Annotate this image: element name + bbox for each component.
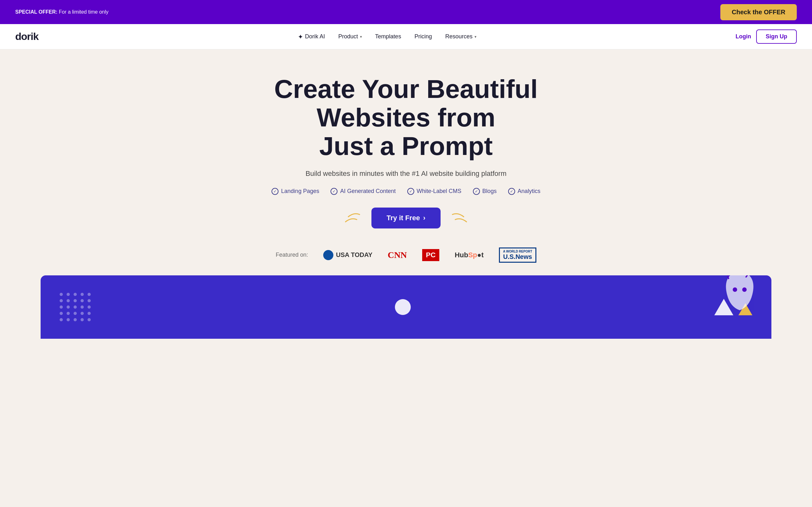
cta-area: Try it Free › xyxy=(15,208,797,228)
check-icon-3: ✓ xyxy=(407,188,414,195)
usnews-content: A WORLD REPORT U.S.News xyxy=(503,250,532,261)
squiggle-right-icon xyxy=(448,212,473,224)
usa-today-text: USA TODAY xyxy=(336,251,372,259)
featured-on: Featured on: USA TODAY CNN PC HubSp●t A … xyxy=(15,247,797,263)
check-icon: ✓ xyxy=(271,188,278,195)
dots-pattern xyxy=(60,293,91,321)
feature-label-3: White-Label CMS xyxy=(417,188,461,194)
nav-links: ✦ Dorik AI Product ▾ Templates Pricing R… xyxy=(293,31,481,43)
feature-landing-pages: ✓ Landing Pages xyxy=(271,188,319,195)
usnews-logo: A WORLD REPORT U.S.News xyxy=(499,247,537,263)
feature-blogs: ✓ Blogs xyxy=(473,188,497,195)
hubspot-accent: Sp xyxy=(468,251,477,259)
hero-title-line2: Just a Prompt xyxy=(319,131,493,160)
logo-text: dorik xyxy=(15,31,38,42)
svg-point-1 xyxy=(742,287,747,292)
cnn-logo: CNN xyxy=(388,250,407,260)
nav-label-dorik-ai: Dorik AI xyxy=(305,33,325,40)
check-icon-5: ✓ xyxy=(508,188,515,195)
usnews-sub: A WORLD REPORT xyxy=(503,250,532,253)
hero-section: Create Your Beautiful Websites from Just… xyxy=(0,49,812,351)
pc-logo: PC xyxy=(422,249,440,261)
hero-title-line1: Create Your Beautiful Websites from xyxy=(274,74,538,132)
feature-label-2: AI Generated Content xyxy=(340,188,396,194)
featured-label: Featured on: xyxy=(275,251,308,258)
mascot-decoration xyxy=(721,275,759,320)
pc-logo-text: PC xyxy=(422,249,440,261)
chevron-down-icon: ▾ xyxy=(360,35,362,39)
nav-item-templates[interactable]: Templates xyxy=(370,31,406,43)
nav-label-resources: Resources xyxy=(445,33,473,40)
ai-star-icon: ✦ xyxy=(298,33,303,41)
svg-point-0 xyxy=(733,287,737,292)
dashboard-preview xyxy=(41,275,771,339)
feature-whitelabel: ✓ White-Label CMS xyxy=(407,188,461,195)
arrow-icon: › xyxy=(423,214,425,222)
nav-item-dorik-ai[interactable]: ✦ Dorik AI xyxy=(293,31,330,43)
feature-label: Landing Pages xyxy=(281,188,319,194)
chevron-down-icon-2: ▾ xyxy=(474,35,476,39)
nav-label-pricing: Pricing xyxy=(415,33,432,40)
nav-item-product[interactable]: Product ▾ xyxy=(334,31,367,43)
signup-button[interactable]: Sign Up xyxy=(756,30,797,44)
announcement-bar: SPECIAL OFFER: For a limited time only C… xyxy=(0,0,812,24)
navbar: dorik ✦ Dorik AI Product ▾ Templates Pri… xyxy=(0,24,812,49)
logo[interactable]: dorik xyxy=(15,31,38,43)
announcement-text: SPECIAL OFFER: For a limited time only xyxy=(15,9,108,15)
hero-features: ✓ Landing Pages ✓ AI Generated Content ✓… xyxy=(15,188,797,195)
nav-label-templates: Templates xyxy=(375,33,401,40)
hero-title: Create Your Beautiful Websites from Just… xyxy=(232,75,580,161)
hubspot-logo: HubSp●t xyxy=(455,251,484,259)
squiggle-left-icon xyxy=(339,212,364,224)
usnews-main: U.S.News xyxy=(503,253,532,261)
check-icon-4: ✓ xyxy=(473,188,480,195)
dashboard-circle xyxy=(395,299,411,315)
feature-label-5: Analytics xyxy=(518,188,541,194)
feature-ai-content: ✓ AI Generated Content xyxy=(331,188,396,195)
usa-today-dot xyxy=(323,250,334,260)
try-free-label: Try it Free xyxy=(387,214,420,222)
announcement-bold: SPECIAL OFFER: xyxy=(15,9,57,14)
nav-label-product: Product xyxy=(339,33,358,40)
nav-auth: Login Sign Up xyxy=(735,30,797,44)
feature-analytics: ✓ Analytics xyxy=(508,188,541,195)
dashboard-inner xyxy=(41,275,771,339)
check-icon-2: ✓ xyxy=(331,188,338,195)
login-button[interactable]: Login xyxy=(735,33,751,40)
nav-item-resources[interactable]: Resources ▾ xyxy=(440,31,481,43)
try-it-free-button[interactable]: Try it Free › xyxy=(371,208,441,228)
hero-subtitle: Build websites in minutes with the #1 AI… xyxy=(15,170,797,178)
check-offer-button[interactable]: Check the OFFER xyxy=(720,4,797,20)
feature-label-4: Blogs xyxy=(483,188,497,194)
usa-today-logo: USA TODAY xyxy=(323,250,372,260)
nav-item-pricing[interactable]: Pricing xyxy=(409,31,437,43)
announcement-normal: For a limited time only xyxy=(57,9,108,14)
